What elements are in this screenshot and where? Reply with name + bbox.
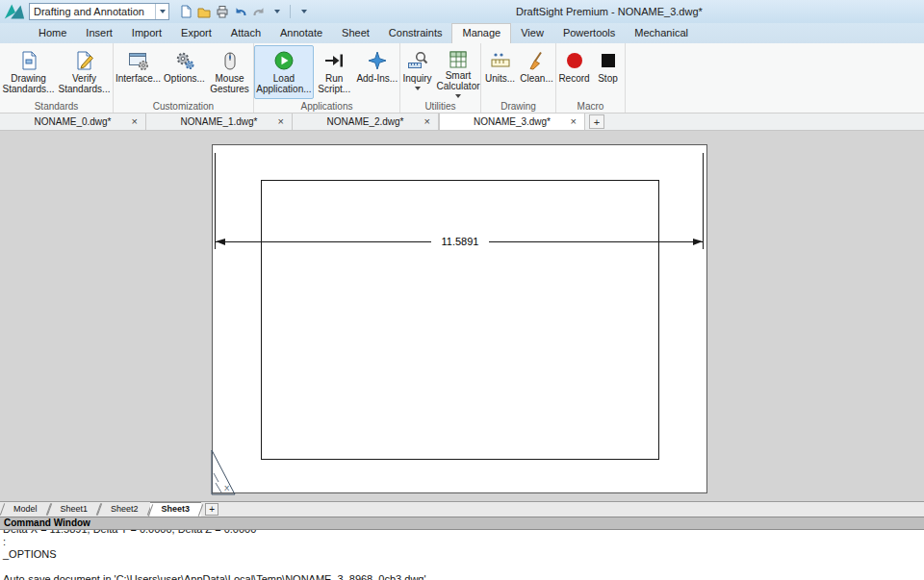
button-label: Stop (598, 73, 618, 84)
button-label: Smart Calculator (437, 70, 480, 91)
ribbon-group-utilities: Inquiry Smart Calculator (400, 43, 481, 113)
mouse-gestures-button[interactable]: Mouse Gestures (208, 45, 252, 99)
dimension-extension-line-right (703, 153, 704, 249)
new-sheet-button[interactable]: + (205, 503, 218, 516)
drawing-standards-button[interactable]: Drawing Standards... (2, 45, 56, 99)
menu-tab-powertools[interactable]: Powertools (553, 23, 625, 43)
units-button[interactable]: Units... (483, 45, 518, 99)
titlebar: Drafting and Annotation (0, 0, 924, 23)
document-tab-label: NONAME_0.dwg* (34, 116, 111, 127)
workspace-selector-value: Drafting and Annotation (30, 6, 155, 17)
close-icon[interactable]: × (278, 114, 284, 129)
customize-qat-button[interactable] (295, 3, 312, 20)
sheet-tab-bar: Model Sheet1 Sheet2 Sheet3 + (0, 501, 924, 517)
dimension-arrow-right (693, 239, 703, 245)
menu-tab-sheet[interactable]: Sheet (332, 23, 379, 43)
units-ruler-icon (490, 48, 511, 73)
close-icon[interactable]: × (424, 114, 430, 129)
open-file-button[interactable] (195, 3, 212, 20)
new-file-button[interactable] (177, 3, 193, 20)
smart-calculator-button[interactable]: Smart Calculator (436, 45, 480, 99)
document-tab-noname2[interactable]: NONAME_2.dwg* × (293, 113, 439, 130)
sheet-tab-sheet1[interactable]: Sheet1 (49, 502, 100, 517)
sheet-tab-model[interactable]: Model (2, 502, 49, 517)
ribbon-group-label: Utilities (400, 100, 480, 113)
verify-standards-button[interactable]: Verify Standards... (58, 45, 112, 99)
drawing-standards-icon (18, 48, 39, 73)
ribbon-group-customization: Interface... Options... (114, 43, 254, 113)
sheet-tab-sheet2[interactable]: Sheet2 (99, 502, 150, 517)
rectangle-entity[interactable] (261, 180, 659, 460)
ribbon-group-macro: Record Stop Macro (556, 43, 626, 113)
add-ins-button[interactable]: Add-Ins... (355, 45, 399, 99)
menu-tab-constraints[interactable]: Constraints (379, 23, 452, 43)
ribbon-group-label: Macro (556, 100, 625, 113)
undo-redo-dropdown-button[interactable] (269, 3, 285, 20)
menu-tab-attach[interactable]: Attach (221, 23, 270, 43)
record-macro-button[interactable]: Record (558, 45, 591, 99)
toolbar-separator (290, 5, 291, 18)
sheet-tab-sheet3-active[interactable]: Sheet3 (150, 502, 202, 517)
mouse-icon (219, 48, 241, 73)
drawing-canvas[interactable]: 11.5891 X (0, 131, 924, 501)
button-label: Inquiry (402, 73, 431, 84)
paper-sheet[interactable]: 11.5891 X (212, 144, 707, 493)
ribbon-tab-bar: Home Insert Import Export Attach Annotat… (0, 23, 924, 43)
redo-button[interactable] (250, 3, 267, 20)
options-button[interactable]: Options... (164, 45, 206, 99)
chevron-down-icon (301, 10, 307, 13)
document-tab-bar: NONAME_0.dwg* × NONAME_1.dwg* × NONAME_2… (0, 113, 924, 131)
button-label: Options... (164, 73, 205, 84)
ribbon-group-drawing: Units... Clean... Drawing (481, 43, 556, 113)
clean-button[interactable]: Clean... (520, 45, 554, 99)
ribbon-group-label: Applications (254, 100, 399, 113)
menu-tab-annotate[interactable]: Annotate (270, 23, 332, 43)
draftsight-window: Drafting and Annotation (0, 0, 924, 580)
print-button[interactable] (214, 3, 230, 20)
menu-tab-view[interactable]: View (511, 23, 553, 43)
chevron-down-icon[interactable] (455, 94, 461, 98)
inquiry-icon (407, 48, 428, 73)
workspace-selector[interactable]: Drafting and Annotation (29, 3, 169, 20)
verify-standards-icon (74, 48, 95, 73)
menu-tab-manage[interactable]: Manage (451, 23, 511, 43)
interface-icon (128, 48, 149, 73)
command-window-titlebar[interactable]: Command Window (0, 517, 924, 530)
run-script-icon (323, 48, 345, 73)
document-tab-noname1[interactable]: NONAME_1.dwg* × (146, 113, 293, 130)
menu-tab-insert[interactable]: Insert (76, 23, 122, 43)
ribbon-group-standards: Drawing Standards... Verify Standards...… (0, 43, 114, 113)
open-folder-icon (197, 6, 211, 18)
document-tab-noname3-active[interactable]: NONAME_3.dwg* × (439, 113, 585, 130)
new-document-tab-button[interactable]: + (589, 114, 604, 129)
document-tab-noname0[interactable]: NONAME_0.dwg* × (0, 113, 146, 130)
menu-tab-import[interactable]: Import (122, 23, 171, 43)
new-file-icon (179, 5, 192, 18)
close-icon[interactable]: × (571, 114, 577, 129)
command-line (3, 561, 924, 573)
stop-macro-button[interactable]: Stop (593, 45, 624, 99)
undo-button[interactable] (232, 3, 248, 20)
stop-icon (600, 48, 617, 73)
run-script-button[interactable]: Run Script... (316, 45, 353, 99)
button-label: Interface... (116, 73, 161, 84)
inquiry-button[interactable]: Inquiry (400, 45, 434, 99)
command-input-area[interactable]: Delta X = 11.5891, Delta Y = 0.0000, Del… (0, 530, 924, 580)
ribbon-group-label: Standards (0, 100, 113, 113)
dimension-extension-line-left (215, 153, 216, 249)
menu-tab-home[interactable]: Home (29, 23, 76, 43)
chevron-down-icon[interactable] (415, 87, 421, 90)
button-label: Run Script... (317, 73, 352, 94)
ribbon-group-applications: Load Application... Run Script... (254, 43, 400, 113)
chevron-down-icon[interactable] (155, 4, 168, 19)
menu-tab-mechanical[interactable]: Mechanical (625, 23, 698, 43)
menu-tab-export[interactable]: Export (171, 23, 221, 43)
command-line: Auto-save document in 'C:\Users\user\App… (3, 573, 924, 580)
dimension-value[interactable]: 11.5891 (431, 236, 489, 248)
interface-button[interactable]: Interface... (116, 45, 162, 99)
close-icon[interactable]: × (132, 114, 138, 129)
load-application-button[interactable]: Load Application... (254, 45, 314, 99)
command-line: : (3, 536, 924, 548)
button-label: Record (558, 73, 589, 84)
ribbon-group-label: Drawing (481, 100, 555, 113)
